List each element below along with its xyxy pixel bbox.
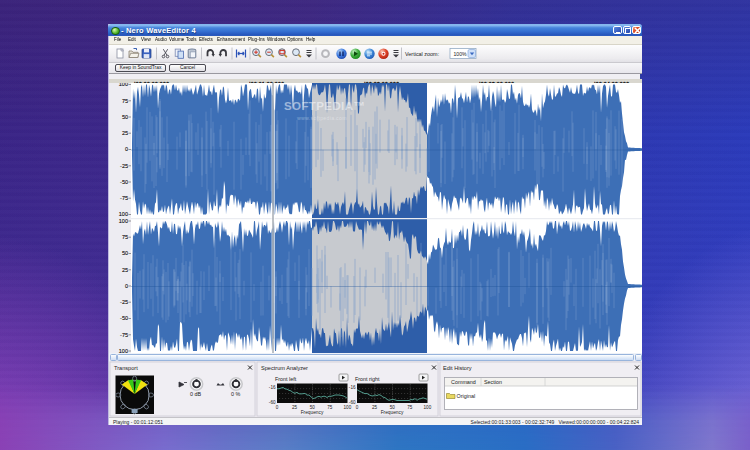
svg-text:0: 0 (125, 283, 128, 289)
svg-text:100: 100 (344, 405, 352, 410)
svg-text:100: 100 (119, 218, 128, 224)
svg-text:0: 0 (356, 405, 359, 410)
svg-text:-25: -25 (120, 299, 128, 305)
svg-text:50: 50 (310, 405, 316, 410)
svg-text:75: 75 (122, 98, 128, 104)
svg-text:100: 100 (119, 211, 128, 217)
svg-text:Spectrum Analyzer: Spectrum Analyzer (261, 365, 308, 371)
svg-text:75: 75 (122, 234, 128, 240)
svg-text:100%: 100% (454, 51, 467, 57)
svg-text:www.softpedia.com: www.softpedia.com (297, 115, 347, 121)
svg-text:Vertical zoom:: Vertical zoom: (405, 51, 440, 57)
svg-text:-16: -16 (269, 385, 276, 390)
svg-text:Section: Section (484, 379, 502, 385)
svg-text:-50: -50 (120, 179, 128, 185)
svg-text:25: 25 (122, 130, 128, 136)
svg-text:25: 25 (372, 405, 378, 410)
svg-text:50: 50 (122, 114, 128, 120)
svg-text:-50: -50 (120, 315, 128, 321)
svg-text:0 dB: 0 dB (190, 391, 201, 397)
svg-text:Frequency: Frequency (381, 410, 404, 415)
svg-text:-25: -25 (120, 163, 128, 169)
svg-text:25: 25 (122, 267, 128, 273)
svg-text:Original: Original (457, 393, 476, 399)
svg-text:-16: -16 (349, 385, 356, 390)
svg-text:0 %: 0 % (231, 391, 240, 397)
svg-text:0: 0 (276, 405, 279, 410)
svg-text:SOFTPEDIA™: SOFTPEDIA™ (284, 100, 365, 112)
svg-text:100: 100 (424, 405, 432, 410)
svg-text:-75: -75 (120, 195, 128, 201)
svg-text:Front left: Front left (275, 376, 297, 382)
svg-text:75: 75 (327, 405, 333, 410)
svg-text:Frequency: Frequency (301, 410, 324, 415)
svg-text:0: 0 (125, 146, 128, 152)
svg-text:Edit History: Edit History (443, 365, 472, 371)
svg-text:50: 50 (122, 250, 128, 256)
svg-text:75: 75 (407, 405, 413, 410)
svg-text:Command: Command (451, 379, 476, 385)
svg-text:Front right: Front right (355, 376, 380, 382)
svg-text:50: 50 (390, 405, 396, 410)
svg-text:100: 100 (119, 83, 128, 87)
svg-text:25: 25 (292, 405, 298, 410)
svg-text:-75: -75 (120, 332, 128, 338)
svg-text:Transport: Transport (114, 365, 138, 371)
